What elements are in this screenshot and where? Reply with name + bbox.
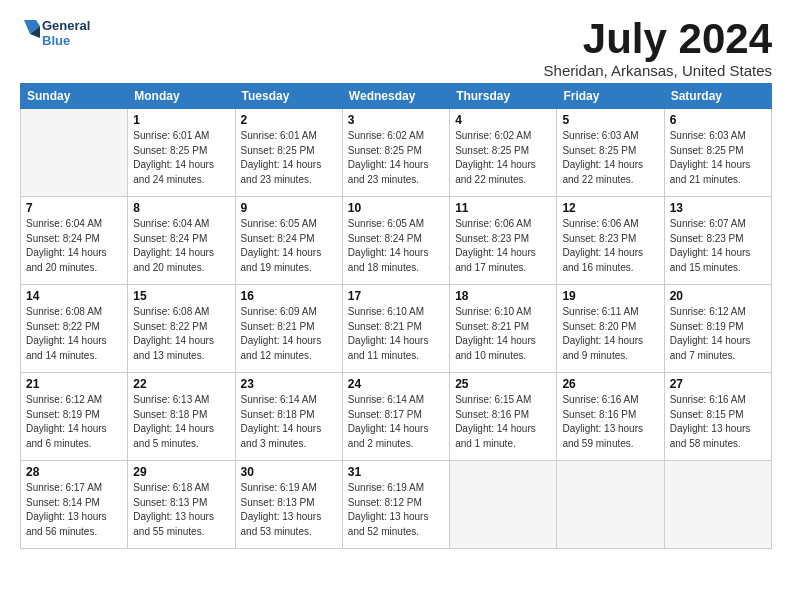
col-sunday: Sunday bbox=[21, 84, 128, 109]
header-row: Sunday Monday Tuesday Wednesday Thursday… bbox=[21, 84, 772, 109]
day-info: Sunrise: 6:14 AM Sunset: 8:17 PM Dayligh… bbox=[348, 393, 444, 451]
col-friday: Friday bbox=[557, 84, 664, 109]
calendar-cell: 23Sunrise: 6:14 AM Sunset: 8:18 PM Dayli… bbox=[235, 373, 342, 461]
day-info: Sunrise: 6:02 AM Sunset: 8:25 PM Dayligh… bbox=[348, 129, 444, 187]
logo-general: General bbox=[42, 19, 90, 34]
calendar-cell: 3Sunrise: 6:02 AM Sunset: 8:25 PM Daylig… bbox=[342, 109, 449, 197]
day-info: Sunrise: 6:02 AM Sunset: 8:25 PM Dayligh… bbox=[455, 129, 551, 187]
col-wednesday: Wednesday bbox=[342, 84, 449, 109]
col-thursday: Thursday bbox=[450, 84, 557, 109]
calendar-cell: 25Sunrise: 6:15 AM Sunset: 8:16 PM Dayli… bbox=[450, 373, 557, 461]
calendar-cell: 28Sunrise: 6:17 AM Sunset: 8:14 PM Dayli… bbox=[21, 461, 128, 549]
col-saturday: Saturday bbox=[664, 84, 771, 109]
calendar-cell: 11Sunrise: 6:06 AM Sunset: 8:23 PM Dayli… bbox=[450, 197, 557, 285]
calendar-cell: 13Sunrise: 6:07 AM Sunset: 8:23 PM Dayli… bbox=[664, 197, 771, 285]
header: General Blue July 2024 Sheridan, Arkansa… bbox=[20, 16, 772, 79]
day-number: 17 bbox=[348, 289, 444, 303]
calendar-cell: 15Sunrise: 6:08 AM Sunset: 8:22 PM Dayli… bbox=[128, 285, 235, 373]
day-info: Sunrise: 6:18 AM Sunset: 8:13 PM Dayligh… bbox=[133, 481, 229, 539]
calendar-cell: 18Sunrise: 6:10 AM Sunset: 8:21 PM Dayli… bbox=[450, 285, 557, 373]
week-row-2: 14Sunrise: 6:08 AM Sunset: 8:22 PM Dayli… bbox=[21, 285, 772, 373]
day-number: 22 bbox=[133, 377, 229, 391]
day-info: Sunrise: 6:16 AM Sunset: 8:15 PM Dayligh… bbox=[670, 393, 766, 451]
logo-container: General Blue bbox=[20, 16, 90, 52]
day-info: Sunrise: 6:01 AM Sunset: 8:25 PM Dayligh… bbox=[133, 129, 229, 187]
calendar-cell: 24Sunrise: 6:14 AM Sunset: 8:17 PM Dayli… bbox=[342, 373, 449, 461]
calendar-cell: 7Sunrise: 6:04 AM Sunset: 8:24 PM Daylig… bbox=[21, 197, 128, 285]
week-row-1: 7Sunrise: 6:04 AM Sunset: 8:24 PM Daylig… bbox=[21, 197, 772, 285]
logo-shape bbox=[20, 16, 40, 52]
day-number: 28 bbox=[26, 465, 122, 479]
calendar-cell: 30Sunrise: 6:19 AM Sunset: 8:13 PM Dayli… bbox=[235, 461, 342, 549]
calendar-cell: 6Sunrise: 6:03 AM Sunset: 8:25 PM Daylig… bbox=[664, 109, 771, 197]
day-number: 30 bbox=[241, 465, 337, 479]
day-info: Sunrise: 6:13 AM Sunset: 8:18 PM Dayligh… bbox=[133, 393, 229, 451]
day-info: Sunrise: 6:04 AM Sunset: 8:24 PM Dayligh… bbox=[26, 217, 122, 275]
day-info: Sunrise: 6:14 AM Sunset: 8:18 PM Dayligh… bbox=[241, 393, 337, 451]
calendar-cell: 12Sunrise: 6:06 AM Sunset: 8:23 PM Dayli… bbox=[557, 197, 664, 285]
calendar-cell: 26Sunrise: 6:16 AM Sunset: 8:16 PM Dayli… bbox=[557, 373, 664, 461]
day-info: Sunrise: 6:10 AM Sunset: 8:21 PM Dayligh… bbox=[348, 305, 444, 363]
day-number: 4 bbox=[455, 113, 551, 127]
day-number: 8 bbox=[133, 201, 229, 215]
day-number: 1 bbox=[133, 113, 229, 127]
day-number: 21 bbox=[26, 377, 122, 391]
day-info: Sunrise: 6:15 AM Sunset: 8:16 PM Dayligh… bbox=[455, 393, 551, 451]
day-info: Sunrise: 6:12 AM Sunset: 8:19 PM Dayligh… bbox=[26, 393, 122, 451]
day-info: Sunrise: 6:16 AM Sunset: 8:16 PM Dayligh… bbox=[562, 393, 658, 451]
calendar-cell: 8Sunrise: 6:04 AM Sunset: 8:24 PM Daylig… bbox=[128, 197, 235, 285]
day-info: Sunrise: 6:19 AM Sunset: 8:13 PM Dayligh… bbox=[241, 481, 337, 539]
day-info: Sunrise: 6:08 AM Sunset: 8:22 PM Dayligh… bbox=[133, 305, 229, 363]
day-number: 11 bbox=[455, 201, 551, 215]
day-number: 5 bbox=[562, 113, 658, 127]
calendar-cell: 4Sunrise: 6:02 AM Sunset: 8:25 PM Daylig… bbox=[450, 109, 557, 197]
location: Sheridan, Arkansas, United States bbox=[544, 62, 772, 79]
day-info: Sunrise: 6:08 AM Sunset: 8:22 PM Dayligh… bbox=[26, 305, 122, 363]
day-info: Sunrise: 6:05 AM Sunset: 8:24 PM Dayligh… bbox=[348, 217, 444, 275]
calendar-cell: 20Sunrise: 6:12 AM Sunset: 8:19 PM Dayli… bbox=[664, 285, 771, 373]
col-monday: Monday bbox=[128, 84, 235, 109]
day-number: 6 bbox=[670, 113, 766, 127]
col-tuesday: Tuesday bbox=[235, 84, 342, 109]
day-number: 18 bbox=[455, 289, 551, 303]
day-number: 13 bbox=[670, 201, 766, 215]
calendar-body: 1Sunrise: 6:01 AM Sunset: 8:25 PM Daylig… bbox=[21, 109, 772, 549]
calendar-cell: 5Sunrise: 6:03 AM Sunset: 8:25 PM Daylig… bbox=[557, 109, 664, 197]
day-info: Sunrise: 6:01 AM Sunset: 8:25 PM Dayligh… bbox=[241, 129, 337, 187]
day-number: 26 bbox=[562, 377, 658, 391]
day-number: 9 bbox=[241, 201, 337, 215]
day-number: 14 bbox=[26, 289, 122, 303]
day-info: Sunrise: 6:12 AM Sunset: 8:19 PM Dayligh… bbox=[670, 305, 766, 363]
day-info: Sunrise: 6:04 AM Sunset: 8:24 PM Dayligh… bbox=[133, 217, 229, 275]
day-number: 31 bbox=[348, 465, 444, 479]
calendar-cell: 17Sunrise: 6:10 AM Sunset: 8:21 PM Dayli… bbox=[342, 285, 449, 373]
calendar-cell bbox=[664, 461, 771, 549]
day-info: Sunrise: 6:11 AM Sunset: 8:20 PM Dayligh… bbox=[562, 305, 658, 363]
day-number: 29 bbox=[133, 465, 229, 479]
calendar-cell bbox=[450, 461, 557, 549]
calendar-cell: 31Sunrise: 6:19 AM Sunset: 8:12 PM Dayli… bbox=[342, 461, 449, 549]
calendar-cell: 22Sunrise: 6:13 AM Sunset: 8:18 PM Dayli… bbox=[128, 373, 235, 461]
day-number: 3 bbox=[348, 113, 444, 127]
day-number: 2 bbox=[241, 113, 337, 127]
day-info: Sunrise: 6:17 AM Sunset: 8:14 PM Dayligh… bbox=[26, 481, 122, 539]
day-number: 24 bbox=[348, 377, 444, 391]
day-info: Sunrise: 6:03 AM Sunset: 8:25 PM Dayligh… bbox=[670, 129, 766, 187]
day-number: 10 bbox=[348, 201, 444, 215]
month-title: July 2024 bbox=[544, 16, 772, 62]
calendar-header: Sunday Monday Tuesday Wednesday Thursday… bbox=[21, 84, 772, 109]
logo-blue: Blue bbox=[42, 34, 90, 49]
week-row-4: 28Sunrise: 6:17 AM Sunset: 8:14 PM Dayli… bbox=[21, 461, 772, 549]
calendar-cell: 19Sunrise: 6:11 AM Sunset: 8:20 PM Dayli… bbox=[557, 285, 664, 373]
day-info: Sunrise: 6:06 AM Sunset: 8:23 PM Dayligh… bbox=[562, 217, 658, 275]
calendar-cell: 2Sunrise: 6:01 AM Sunset: 8:25 PM Daylig… bbox=[235, 109, 342, 197]
day-number: 19 bbox=[562, 289, 658, 303]
page: General Blue July 2024 Sheridan, Arkansa… bbox=[0, 0, 792, 559]
week-row-0: 1Sunrise: 6:01 AM Sunset: 8:25 PM Daylig… bbox=[21, 109, 772, 197]
week-row-3: 21Sunrise: 6:12 AM Sunset: 8:19 PM Dayli… bbox=[21, 373, 772, 461]
day-number: 25 bbox=[455, 377, 551, 391]
day-number: 16 bbox=[241, 289, 337, 303]
day-info: Sunrise: 6:10 AM Sunset: 8:21 PM Dayligh… bbox=[455, 305, 551, 363]
calendar-cell: 16Sunrise: 6:09 AM Sunset: 8:21 PM Dayli… bbox=[235, 285, 342, 373]
calendar-cell bbox=[21, 109, 128, 197]
